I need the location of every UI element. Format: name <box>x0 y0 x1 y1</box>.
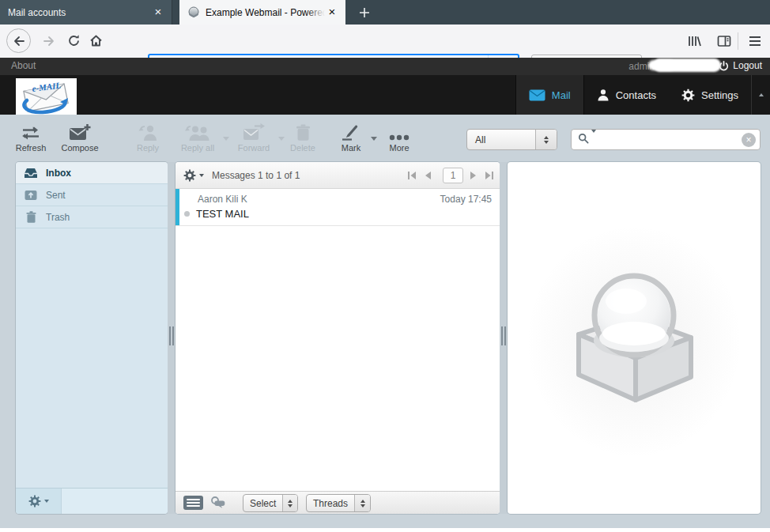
folder-label: Trash <box>46 212 70 223</box>
folder-actions-button[interactable] <box>16 489 62 514</box>
folder-label: Inbox <box>46 168 71 179</box>
sidebar-splitter[interactable] <box>168 162 176 514</box>
browser-window: Mail accounts × Example Webmail - Powere… <box>0 0 770 532</box>
taskbar-collapse-button[interactable] <box>751 75 770 115</box>
browser-nav-toolbar: mail.example.com/?_task=mail&_mbox=INBOX <box>0 25 770 58</box>
forward-label: Forward <box>238 143 270 153</box>
mail-toolbar: Refresh Compose Reply Reply all <box>0 115 770 162</box>
mail-search-input[interactable] <box>601 134 742 145</box>
gear-icon <box>183 169 196 182</box>
sidebar-footer <box>16 488 168 514</box>
compose-icon <box>69 120 91 141</box>
home-button[interactable] <box>84 28 108 53</box>
taskbar-settings-button[interactable]: Settings <box>669 75 751 115</box>
message-count-label: Messages 1 to 1 of 1 <box>212 170 300 181</box>
contacts-icon <box>597 89 610 101</box>
trash-icon <box>296 120 311 141</box>
tab-close-icon[interactable]: × <box>151 6 165 20</box>
preview-splitter[interactable] <box>500 162 508 514</box>
select-spinner-icon <box>282 495 297 511</box>
sent-icon <box>24 190 38 201</box>
reply-icon <box>138 120 157 141</box>
delete-button[interactable]: Delete <box>284 120 322 153</box>
power-icon <box>719 61 729 71</box>
roundcube-watermark <box>547 249 721 414</box>
refresh-button[interactable]: Refresh <box>11 120 51 153</box>
compose-button[interactable]: Compose <box>57 120 103 153</box>
app-taskbar: Mail Contacts Settings <box>515 75 770 115</box>
list-options-button[interactable] <box>183 169 204 182</box>
logout-button[interactable]: Logout <box>719 60 762 71</box>
threads-icon[interactable] <box>210 496 228 512</box>
sidebar-toggle-button[interactable] <box>712 28 736 53</box>
browser-tab-mail-accounts[interactable]: Mail accounts × <box>0 0 172 25</box>
taskbar-mail-button[interactable]: Mail <box>515 75 584 115</box>
filter-value: All <box>467 134 535 145</box>
splitter-grip[interactable] <box>501 326 506 345</box>
threads-dropdown[interactable]: Threads <box>306 494 371 512</box>
message-row[interactable]: Aaron Kili K Today 17:45 TEST MAIL <box>176 189 500 226</box>
preview-panel <box>508 162 761 514</box>
page-bottom-strip <box>0 528 770 532</box>
refresh-label: Refresh <box>16 143 47 153</box>
reply-all-label: Reply all <box>181 143 214 153</box>
marker-icon <box>342 120 360 141</box>
tab-close-icon[interactable]: × <box>325 6 339 20</box>
message-status-icon[interactable] <box>184 211 190 217</box>
tab-title: Mail accounts <box>8 7 151 18</box>
new-tab-button[interactable] <box>352 0 377 25</box>
reply-button[interactable]: Reply <box>128 120 168 153</box>
compose-label: Compose <box>61 143 98 153</box>
sidebar-footer-spacer <box>62 489 168 514</box>
message-list-panel: Messages 1 to 1 of 1 1 Aaron Kili K T <box>176 162 500 514</box>
message-list-header: Messages 1 to 1 of 1 1 <box>176 162 500 189</box>
reply-all-menu-caret[interactable] <box>223 141 229 155</box>
forward-button[interactable] <box>36 28 61 53</box>
reload-button[interactable] <box>62 28 86 53</box>
last-page-button[interactable] <box>484 169 495 182</box>
taskbar-settings-label: Settings <box>701 89 738 101</box>
webmail-status-bar: About admin Logout <box>0 58 770 75</box>
webmail-main: Refresh Compose Reply Reply all <box>0 115 770 532</box>
browser-tab-webmail[interactable]: Example Webmail - Powered × <box>179 0 345 25</box>
mark-menu-caret[interactable] <box>371 141 377 155</box>
more-dots-icon <box>389 120 410 141</box>
library-button[interactable] <box>682 28 706 53</box>
sidebar-item-inbox[interactable]: Inbox <box>16 162 168 184</box>
select-dropdown-value: Select <box>243 498 282 509</box>
chevron-down-icon <box>44 500 49 503</box>
webmail-logo: e-MAIL <box>16 78 77 115</box>
next-page-button[interactable] <box>468 169 479 182</box>
select-spinner-icon <box>354 495 370 511</box>
mail-icon <box>529 89 545 101</box>
mark-button[interactable]: Mark <box>333 120 369 153</box>
menu-button[interactable] <box>743 28 767 53</box>
taskbar-contacts-button[interactable]: Contacts <box>584 75 669 115</box>
about-link[interactable]: About <box>11 60 36 71</box>
page-number-input[interactable]: 1 <box>443 168 463 183</box>
select-dropdown[interactable]: Select <box>243 494 298 512</box>
search-options-caret[interactable] <box>591 133 596 147</box>
mark-label: Mark <box>342 143 360 153</box>
search-clear-button[interactable]: × <box>742 133 756 147</box>
sidebar-item-sent[interactable]: Sent <box>16 184 168 206</box>
back-button[interactable] <box>6 28 31 53</box>
reply-all-button[interactable]: Reply all <box>174 120 221 153</box>
message-list-empty-area <box>176 226 500 491</box>
reply-label: Reply <box>137 143 159 153</box>
inbox-icon <box>24 168 38 179</box>
gear-icon <box>28 495 41 507</box>
sidebar-item-trash[interactable]: Trash <box>16 206 168 228</box>
more-button[interactable]: More <box>380 120 418 153</box>
message-subject: TEST MAIL <box>196 208 249 220</box>
previous-page-button[interactable] <box>422 169 433 182</box>
forward-button[interactable]: Forward <box>234 120 274 153</box>
splitter-grip[interactable] <box>169 326 174 345</box>
mail-search-box[interactable]: × <box>571 129 761 150</box>
first-page-button[interactable] <box>406 169 417 182</box>
trash-icon <box>24 211 38 223</box>
folder-list-empty-area <box>16 228 168 488</box>
list-view-button[interactable] <box>183 496 203 510</box>
message-date: Today 17:45 <box>440 194 492 205</box>
message-filter-select[interactable]: All <box>466 129 557 150</box>
